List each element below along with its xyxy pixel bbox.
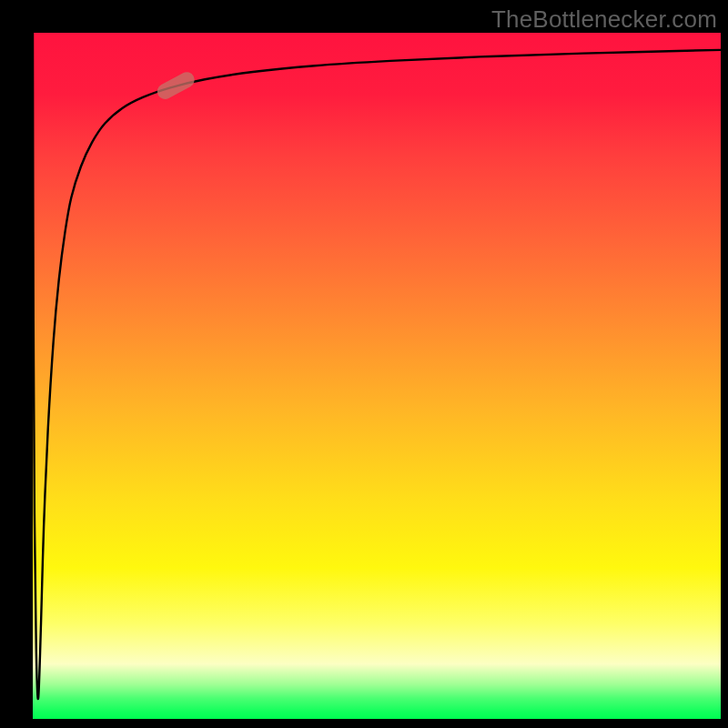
chart-frame: TheBottlenecker.com — [0, 0, 728, 728]
attribution-text: TheBottlenecker.com — [491, 5, 717, 34]
chart-plot-area — [33, 33, 721, 719]
bottleneck-curve — [33, 33, 721, 719]
